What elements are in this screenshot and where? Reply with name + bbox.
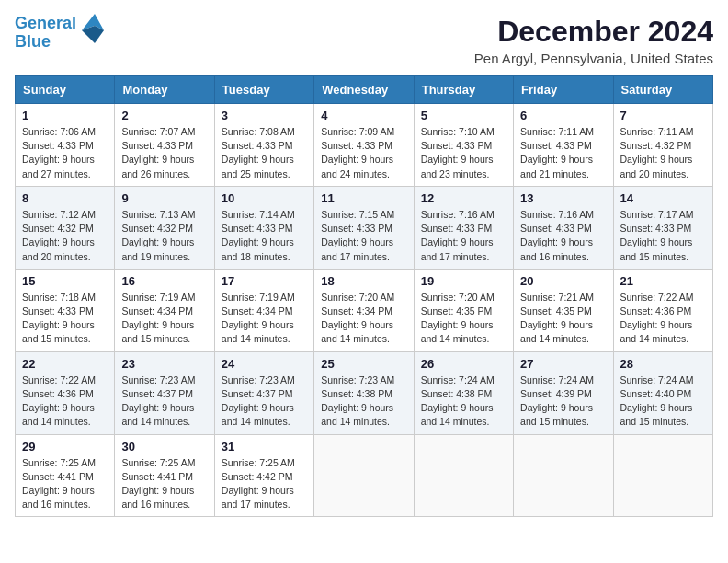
sunset-text: Sunset: 4:33 PM bbox=[222, 223, 293, 234]
day-number: 14 bbox=[620, 191, 706, 205]
calendar-cell: 28Sunrise: 7:24 AMSunset: 4:40 PMDayligh… bbox=[613, 351, 712, 434]
daylight-text: Daylight: 9 hours and 21 minutes. bbox=[520, 154, 593, 178]
day-number: 16 bbox=[121, 274, 207, 288]
day-info: Sunrise: 7:16 AMSunset: 4:33 PMDaylight:… bbox=[421, 208, 506, 264]
day-number: 26 bbox=[421, 357, 506, 371]
daylight-text: Daylight: 9 hours and 14 minutes. bbox=[520, 319, 593, 344]
daylight-text: Daylight: 9 hours and 24 minutes. bbox=[321, 154, 393, 178]
calendar-cell bbox=[514, 434, 613, 517]
day-info: Sunrise: 7:20 AMSunset: 4:34 PMDaylight:… bbox=[321, 291, 406, 347]
sunrise-text: Sunrise: 7:25 AM bbox=[22, 457, 96, 468]
header: GeneralBlue December 2024 Pen Argyl, Pen… bbox=[15, 15, 713, 66]
day-info: Sunrise: 7:20 AMSunset: 4:35 PMDaylight:… bbox=[421, 291, 506, 347]
day-info: Sunrise: 7:17 AMSunset: 4:33 PMDaylight:… bbox=[620, 208, 706, 264]
day-number: 18 bbox=[321, 274, 406, 288]
day-number: 30 bbox=[121, 440, 207, 454]
sunrise-text: Sunrise: 7:10 AM bbox=[421, 126, 495, 137]
day-number: 6 bbox=[520, 109, 606, 122]
sunrise-text: Sunrise: 7:06 AM bbox=[22, 126, 96, 137]
day-number: 9 bbox=[121, 191, 207, 205]
sunset-text: Sunset: 4:33 PM bbox=[421, 223, 493, 234]
calendar-cell: 31Sunrise: 7:25 AMSunset: 4:42 PMDayligh… bbox=[214, 434, 313, 517]
sunset-text: Sunset: 4:33 PM bbox=[520, 140, 592, 151]
sunset-text: Sunset: 4:41 PM bbox=[121, 471, 193, 482]
daylight-text: Daylight: 9 hours and 14 minutes. bbox=[421, 402, 494, 427]
sunrise-text: Sunrise: 7:15 AM bbox=[321, 209, 394, 220]
sunset-text: Sunset: 4:34 PM bbox=[222, 305, 293, 316]
logo: GeneralBlue bbox=[15, 15, 106, 52]
sunrise-text: Sunrise: 7:07 AM bbox=[121, 126, 195, 137]
calendar-cell bbox=[314, 434, 414, 517]
sunrise-text: Sunrise: 7:17 AM bbox=[620, 209, 694, 220]
sunset-text: Sunset: 4:33 PM bbox=[222, 140, 293, 151]
daylight-text: Daylight: 9 hours and 15 minutes. bbox=[121, 319, 194, 344]
day-info: Sunrise: 7:11 AMSunset: 4:32 PMDaylight:… bbox=[620, 125, 706, 181]
day-number: 3 bbox=[222, 109, 307, 122]
day-number: 1 bbox=[22, 109, 108, 122]
day-info: Sunrise: 7:13 AMSunset: 4:32 PMDaylight:… bbox=[121, 208, 207, 264]
daylight-text: Daylight: 9 hours and 14 minutes. bbox=[421, 319, 494, 344]
calendar-cell: 17Sunrise: 7:19 AMSunset: 4:34 PMDayligh… bbox=[214, 269, 313, 351]
day-info: Sunrise: 7:25 AMSunset: 4:42 PMDaylight:… bbox=[222, 456, 307, 512]
calendar-cell: 23Sunrise: 7:23 AMSunset: 4:37 PMDayligh… bbox=[115, 351, 214, 434]
calendar-cell: 14Sunrise: 7:17 AMSunset: 4:33 PMDayligh… bbox=[613, 186, 712, 269]
day-info: Sunrise: 7:19 AMSunset: 4:34 PMDaylight:… bbox=[121, 291, 207, 347]
day-info: Sunrise: 7:19 AMSunset: 4:34 PMDaylight:… bbox=[222, 291, 307, 347]
day-number: 24 bbox=[222, 357, 307, 371]
sunrise-text: Sunrise: 7:12 AM bbox=[22, 209, 96, 220]
calendar-cell: 5Sunrise: 7:10 AMSunset: 4:33 PMDaylight… bbox=[414, 104, 513, 187]
day-info: Sunrise: 7:11 AMSunset: 4:33 PMDaylight:… bbox=[520, 125, 606, 181]
sunset-text: Sunset: 4:38 PM bbox=[321, 388, 392, 399]
sunset-text: Sunset: 4:36 PM bbox=[22, 388, 94, 399]
calendar-cell bbox=[613, 434, 712, 517]
calendar-cell: 27Sunrise: 7:24 AMSunset: 4:39 PMDayligh… bbox=[514, 351, 613, 434]
calendar-cell: 29Sunrise: 7:25 AMSunset: 4:41 PMDayligh… bbox=[16, 434, 115, 517]
daylight-text: Daylight: 9 hours and 20 minutes. bbox=[22, 236, 95, 261]
calendar-cell: 7Sunrise: 7:11 AMSunset: 4:32 PMDaylight… bbox=[613, 104, 712, 187]
weekday-thursday: Thursday bbox=[414, 76, 513, 104]
day-number: 15 bbox=[22, 274, 108, 288]
sunset-text: Sunset: 4:37 PM bbox=[121, 388, 193, 399]
sunset-text: Sunset: 4:34 PM bbox=[321, 305, 392, 316]
daylight-text: Daylight: 9 hours and 15 minutes. bbox=[22, 319, 95, 344]
calendar-cell: 19Sunrise: 7:20 AMSunset: 4:35 PMDayligh… bbox=[414, 269, 513, 351]
daylight-text: Daylight: 9 hours and 19 minutes. bbox=[121, 236, 194, 261]
day-number: 10 bbox=[222, 191, 307, 205]
calendar-cell: 9Sunrise: 7:13 AMSunset: 4:32 PMDaylight… bbox=[115, 186, 214, 269]
daylight-text: Daylight: 9 hours and 14 minutes. bbox=[620, 319, 693, 344]
day-info: Sunrise: 7:12 AMSunset: 4:32 PMDaylight:… bbox=[22, 208, 108, 264]
sunset-text: Sunset: 4:40 PM bbox=[620, 388, 692, 399]
sunrise-text: Sunrise: 7:20 AM bbox=[321, 292, 394, 303]
sunrise-text: Sunrise: 7:24 AM bbox=[520, 374, 594, 385]
sunset-text: Sunset: 4:32 PM bbox=[121, 223, 193, 234]
sunset-text: Sunset: 4:42 PM bbox=[222, 471, 293, 482]
day-info: Sunrise: 7:10 AMSunset: 4:33 PMDaylight:… bbox=[421, 125, 506, 181]
weekday-saturday: Saturday bbox=[613, 76, 712, 104]
day-number: 11 bbox=[321, 191, 406, 205]
day-number: 28 bbox=[620, 357, 706, 371]
sunrise-text: Sunrise: 7:25 AM bbox=[121, 457, 195, 468]
sunset-text: Sunset: 4:37 PM bbox=[222, 388, 293, 399]
day-number: 8 bbox=[22, 191, 108, 205]
sunrise-text: Sunrise: 7:23 AM bbox=[222, 374, 295, 385]
day-info: Sunrise: 7:22 AMSunset: 4:36 PMDaylight:… bbox=[620, 291, 706, 347]
subtitle: Pen Argyl, Pennsylvania, United States bbox=[474, 51, 713, 66]
sunset-text: Sunset: 4:39 PM bbox=[520, 388, 592, 399]
day-number: 19 bbox=[421, 274, 506, 288]
day-info: Sunrise: 7:23 AMSunset: 4:38 PMDaylight:… bbox=[321, 373, 406, 430]
sunrise-text: Sunrise: 7:24 AM bbox=[421, 374, 495, 385]
weekday-tuesday: Tuesday bbox=[214, 76, 313, 104]
sunset-text: Sunset: 4:33 PM bbox=[421, 140, 493, 151]
sunrise-text: Sunrise: 7:14 AM bbox=[222, 209, 295, 220]
calendar-cell: 6Sunrise: 7:11 AMSunset: 4:33 PMDaylight… bbox=[514, 104, 613, 187]
sunrise-text: Sunrise: 7:24 AM bbox=[620, 374, 694, 385]
day-number: 12 bbox=[421, 191, 506, 205]
day-info: Sunrise: 7:14 AMSunset: 4:33 PMDaylight:… bbox=[222, 208, 307, 264]
sunset-text: Sunset: 4:33 PM bbox=[321, 140, 392, 151]
weekday-header-row: SundayMondayTuesdayWednesdayThursdayFrid… bbox=[16, 76, 713, 104]
day-info: Sunrise: 7:18 AMSunset: 4:33 PMDaylight:… bbox=[22, 291, 108, 347]
sunset-text: Sunset: 4:33 PM bbox=[321, 223, 392, 234]
sunset-text: Sunset: 4:33 PM bbox=[121, 140, 193, 151]
calendar-cell: 24Sunrise: 7:23 AMSunset: 4:37 PMDayligh… bbox=[214, 351, 313, 434]
day-info: Sunrise: 7:21 AMSunset: 4:35 PMDaylight:… bbox=[520, 291, 606, 347]
